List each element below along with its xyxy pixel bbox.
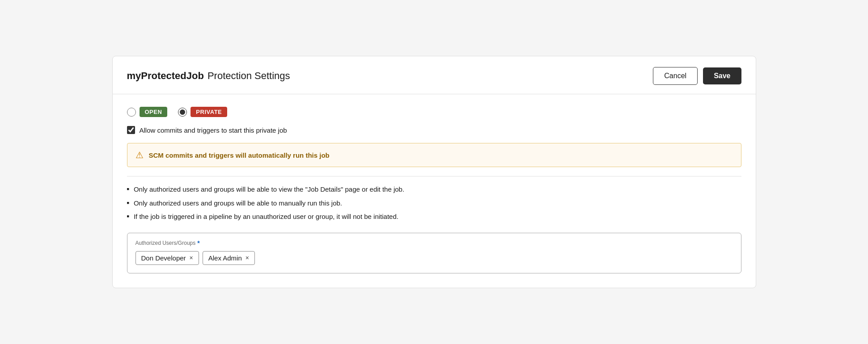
bullet-text-3: If the job is triggered in a pipeline by… bbox=[134, 212, 398, 222]
header-actions: Cancel Save bbox=[653, 67, 741, 85]
warning-banner: ⚠ SCM commits and triggers will automati… bbox=[127, 143, 741, 167]
authorized-label-text: Authorized Users/Groups bbox=[135, 240, 196, 246]
warning-text: SCM commits and triggers will automatica… bbox=[149, 151, 330, 159]
tag-don-developer: Don Developer × bbox=[135, 251, 199, 265]
authorized-section[interactable]: Authorized Users/Groups * Don Developer … bbox=[127, 233, 741, 273]
tag-label: Alex Admin bbox=[208, 254, 242, 262]
radio-group: OPEN PRIVATE bbox=[127, 107, 741, 117]
allow-commits-checkbox[interactable] bbox=[127, 126, 135, 134]
tags-container: Don Developer × Alex Admin × bbox=[135, 251, 733, 265]
checkbox-row: Allow commits and triggers to start this… bbox=[127, 126, 741, 134]
list-item: Only authorized users and groups will be… bbox=[127, 185, 741, 195]
tag-alex-admin: Alex Admin × bbox=[203, 251, 255, 265]
page-title: Protection Settings bbox=[207, 70, 290, 82]
private-badge: PRIVATE bbox=[191, 107, 227, 117]
checkbox-label: Allow commits and triggers to start this… bbox=[140, 126, 287, 134]
private-option[interactable]: PRIVATE bbox=[178, 107, 227, 117]
job-name: myProtectedJob bbox=[127, 70, 204, 82]
tag-label: Don Developer bbox=[141, 254, 186, 262]
authorized-label: Authorized Users/Groups * bbox=[135, 239, 733, 247]
open-option[interactable]: OPEN bbox=[127, 107, 168, 117]
bullet-text-2: Only authorized users and groups will be… bbox=[134, 198, 342, 209]
bullet-text-1: Only authorized users and groups will be… bbox=[134, 185, 404, 195]
tag-remove-don[interactable]: × bbox=[190, 255, 193, 261]
header-title: myProtectedJob Protection Settings bbox=[127, 70, 290, 82]
content-area: OPEN PRIVATE Allow commits and triggers … bbox=[113, 94, 756, 288]
warning-icon: ⚠ bbox=[135, 150, 144, 160]
list-item: If the job is triggered in a pipeline by… bbox=[127, 212, 741, 222]
divider bbox=[127, 176, 741, 176]
tag-remove-alex[interactable]: × bbox=[246, 255, 249, 261]
bullet-list: Only authorized users and groups will be… bbox=[127, 185, 741, 222]
open-radio[interactable] bbox=[127, 108, 136, 117]
cancel-button[interactable]: Cancel bbox=[653, 67, 698, 85]
list-item: Only authorized users and groups will be… bbox=[127, 198, 741, 209]
save-button[interactable]: Save bbox=[703, 67, 741, 84]
page-header: myProtectedJob Protection Settings Cance… bbox=[113, 56, 756, 94]
required-star: * bbox=[197, 239, 199, 247]
page-container: myProtectedJob Protection Settings Cance… bbox=[112, 56, 756, 288]
open-badge: OPEN bbox=[140, 107, 168, 117]
private-radio[interactable] bbox=[178, 108, 187, 117]
